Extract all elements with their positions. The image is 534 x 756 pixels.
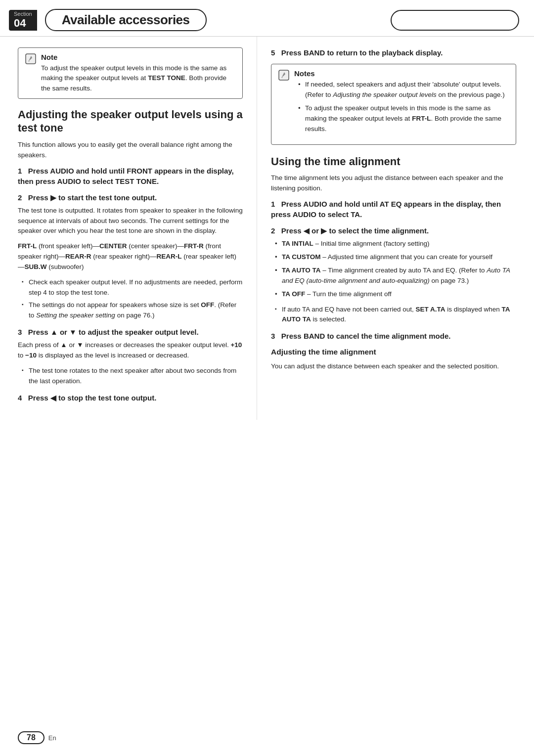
note-bold: TEST TONE <box>148 74 185 82</box>
step-3: 3 Press ▲ or ▼ to adjust the speaker out… <box>18 327 243 387</box>
language-label: En <box>48 734 56 742</box>
ta-intro: The time alignment lets you adjust the d… <box>271 173 516 194</box>
right-column: 5 Press BAND to return to the playback d… <box>257 37 534 420</box>
step-3-para1: Each press of ▲ or ▼ increases or decrea… <box>18 340 243 361</box>
bullet-item: The settings do not appear for speakers … <box>22 300 243 321</box>
section-heading-test-tone: Adjusting the speaker output levels usin… <box>18 108 243 135</box>
note-icon <box>25 53 36 67</box>
page-footer: 78 En <box>18 731 56 744</box>
ta-extra-item: If auto TA and EQ have not been carried … <box>275 305 516 325</box>
ta-step-1: 1 Press AUDIO and hold until AT EQ appea… <box>271 199 516 220</box>
step-2-heading: 2 Press ▶ to start the test tone output. <box>18 192 243 203</box>
note-box: Note To adjust the speaker output levels… <box>18 47 243 99</box>
step-4-heading: 4 Press ◀ to stop the test tone output. <box>18 393 243 403</box>
notes-bullet-2: To adjust the speaker output levels in t… <box>298 103 509 134</box>
ta-step-2: 2 Press ◀ or ▶ to select the time alignm… <box>271 225 516 325</box>
ta-bullet-intial: TA INTIAL – Initial time alignment (fact… <box>275 239 516 249</box>
ta-step-2-heading: 2 Press ◀ or ▶ to select the time alignm… <box>271 225 516 236</box>
section-badge: Section 04 <box>9 10 37 31</box>
step-2-bullets: Check each speaker output level. If no a… <box>18 277 243 321</box>
notes-box-right: Notes If needed, select speakers and adj… <box>271 64 516 145</box>
step-3-bullets: The test tone rotates to the next speake… <box>18 366 243 387</box>
notes-icon <box>278 70 289 83</box>
notes-bullets-right: If needed, select speakers and adjust th… <box>294 80 509 134</box>
step-1-heading: 1 Press AUDIO and hold until FRONT appea… <box>18 166 243 186</box>
step-3-heading: 3 Press ▲ or ▼ to adjust the speaker out… <box>18 327 243 337</box>
left-column: Note To adjust the speaker output levels… <box>0 37 257 420</box>
note-title: Note <box>41 53 235 61</box>
page-number: 78 <box>18 731 44 744</box>
notes-title-right: Notes <box>294 69 509 78</box>
ta-bullet-off: TA OFF – Turn the time alignment off <box>275 289 516 300</box>
adj-time-alignment-intro: You can adjust the distance between each… <box>271 361 516 372</box>
ta-step-3: 3 Press BAND to cancel the time alignmen… <box>271 331 516 341</box>
step-2: 2 Press ▶ to start the test tone output.… <box>18 192 243 321</box>
notes-content-right: Notes If needed, select speakers and adj… <box>294 69 509 139</box>
adj-time-alignment-heading: Adjusting the time alignment <box>271 347 516 357</box>
ta-bullet-custom: TA CUSTOM – Adjusted time alignment that… <box>275 252 516 263</box>
page-header: Section 04 Available accessories <box>0 0 534 37</box>
section-number: 04 <box>14 17 26 29</box>
step-5-heading: 5 Press BAND to return to the playback d… <box>271 47 516 58</box>
header-right-decoration <box>391 10 519 31</box>
step-2-para1: The test tone is outputted. It rotates f… <box>18 206 243 237</box>
bullet-item: The test tone rotates to the next speake… <box>22 366 243 387</box>
step-2-para2: FRT-L (front speaker left)—CENTER (cente… <box>18 241 243 272</box>
note-content: Note To adjust the speaker output levels… <box>41 53 235 93</box>
intro-text: This function allows you to easily get t… <box>18 140 243 161</box>
ta-step-2-extra: If auto TA and EQ have not been carried … <box>271 305 516 325</box>
bullet-item: Check each speaker output level. If no a… <box>22 277 243 298</box>
ta-step-2-bullets: TA INTIAL – Initial time alignment (fact… <box>271 239 516 300</box>
ta-bullet-auto: TA AUTO TA – Time alignment created by a… <box>275 266 516 286</box>
step-1: 1 Press AUDIO and hold until FRONT appea… <box>18 166 243 186</box>
section-heading-time-alignment: Using the time alignment <box>271 155 516 169</box>
section-label: Section <box>14 11 32 17</box>
ta-step-1-heading: 1 Press AUDIO and hold until AT EQ appea… <box>271 199 516 220</box>
page-title: Available accessories <box>45 9 207 31</box>
step-4: 4 Press ◀ to stop the test tone output. <box>18 393 243 403</box>
note-text: To adjust the speaker output levels in t… <box>41 63 235 93</box>
ta-step-3-heading: 3 Press BAND to cancel the time alignmen… <box>271 331 516 341</box>
notes-bullet-1: If needed, select speakers and adjust th… <box>298 80 509 100</box>
step-5: 5 Press BAND to return to the playback d… <box>271 47 516 58</box>
main-content: Note To adjust the speaker output levels… <box>0 37 534 435</box>
